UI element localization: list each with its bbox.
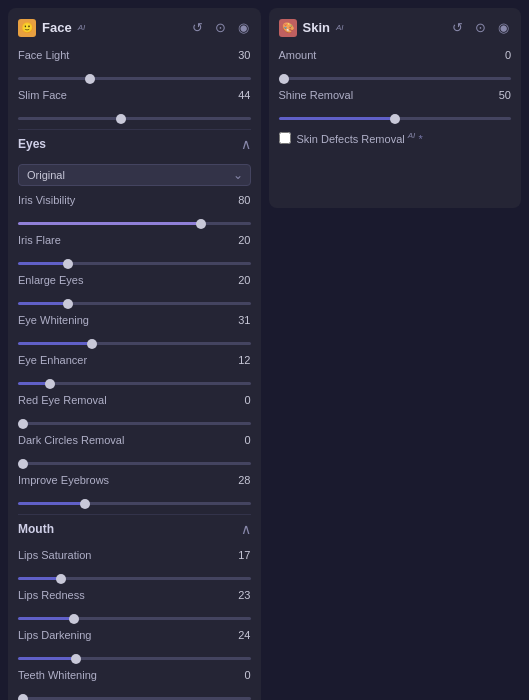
eye-enhancer-slider[interactable]	[18, 382, 251, 385]
face-light-row: Face Light 30	[18, 49, 251, 61]
slim-face-slider[interactable]	[18, 117, 251, 120]
skin-undo-button[interactable]: ↺	[450, 18, 465, 37]
lips-dark-value: 24	[229, 629, 251, 641]
dark-circles-row: Dark Circles Removal 0	[18, 434, 251, 446]
face-light-label: Face Light	[18, 49, 223, 61]
enlarge-eyes-slider[interactable]	[18, 302, 251, 305]
lips-dark-group: Lips Darkening 24	[18, 629, 251, 663]
face-undo-button[interactable]: ↺	[190, 18, 205, 37]
skin-icon: 🎨	[279, 19, 297, 37]
red-eye-slider[interactable]	[18, 422, 251, 425]
face-redo-button[interactable]: ⊙	[213, 18, 228, 37]
skin-amount-label: Amount	[279, 49, 484, 61]
lips-dark-slider[interactable]	[18, 657, 251, 660]
skin-redo-button[interactable]: ⊙	[473, 18, 488, 37]
eyes-select-wrapper: Original Option 1 Option 2	[18, 164, 251, 186]
teeth-white-slider-container	[18, 689, 251, 700]
skin-panel-header: 🎨 Skin AI ↺ ⊙ ◉	[279, 18, 512, 37]
improve-eyebrows-slider[interactable]	[18, 502, 251, 505]
eye-enhancer-label: Eye Enhancer	[18, 354, 223, 366]
iris-flare-group: Iris Flare 20	[18, 234, 251, 268]
face-ai-badge: AI	[78, 23, 86, 32]
teeth-white-value: 0	[229, 669, 251, 681]
lips-red-group: Lips Redness 23	[18, 589, 251, 623]
iris-vis-slider[interactable]	[18, 222, 251, 225]
eyes-section-title: Eyes	[18, 137, 46, 151]
dark-circles-slider-container	[18, 454, 251, 468]
slim-face-group: Slim Face 44	[18, 89, 251, 123]
dark-circles-slider[interactable]	[18, 462, 251, 465]
lips-sat-value: 17	[229, 549, 251, 561]
teeth-white-label: Teeth Whitening	[18, 669, 223, 681]
shine-removal-value: 50	[489, 89, 511, 101]
shine-removal-row: Shine Removal 50	[279, 89, 512, 101]
iris-flare-slider[interactable]	[18, 262, 251, 265]
slim-face-value: 44	[229, 89, 251, 101]
eyes-section-toggle[interactable]: ∧	[241, 136, 251, 152]
iris-vis-row: Iris Visibility 80	[18, 194, 251, 206]
eye-whitening-slider[interactable]	[18, 342, 251, 345]
lips-dark-slider-container	[18, 649, 251, 663]
slim-face-row: Slim Face 44	[18, 89, 251, 101]
enlarge-eyes-value: 20	[229, 274, 251, 286]
skin-amount-slider-container	[279, 69, 512, 83]
skin-amount-slider[interactable]	[279, 77, 512, 80]
eye-whitening-label: Eye Whitening	[18, 314, 223, 326]
skin-view-button[interactable]: ◉	[496, 18, 511, 37]
face-panel-header: 🙂 Face AI ↺ ⊙ ◉	[18, 18, 251, 37]
skin-defects-checkbox[interactable]	[279, 132, 291, 144]
lips-sat-slider-container	[18, 569, 251, 583]
iris-flare-label: Iris Flare	[18, 234, 223, 246]
eye-enhancer-value: 12	[229, 354, 251, 366]
eyes-section-header: Eyes ∧	[18, 129, 251, 158]
skin-panel: 🎨 Skin AI ↺ ⊙ ◉ Amount 0 Shine Removal 5…	[269, 8, 522, 208]
red-eye-value: 0	[229, 394, 251, 406]
shine-removal-label: Shine Removal	[279, 89, 484, 101]
iris-vis-label: Iris Visibility	[18, 194, 223, 206]
eye-whitening-value: 31	[229, 314, 251, 326]
iris-flare-slider-container	[18, 254, 251, 268]
eye-whitening-group: Eye Whitening 31	[18, 314, 251, 348]
shine-removal-group: Shine Removal 50	[279, 89, 512, 123]
iris-flare-value: 20	[229, 234, 251, 246]
shine-removal-slider[interactable]	[279, 117, 512, 120]
enlarge-eyes-group: Enlarge Eyes 20	[18, 274, 251, 308]
dark-circles-group: Dark Circles Removal 0	[18, 434, 251, 468]
lips-sat-group: Lips Saturation 17	[18, 549, 251, 583]
lips-dark-row: Lips Darkening 24	[18, 629, 251, 641]
lips-sat-slider[interactable]	[18, 577, 251, 580]
lips-red-slider[interactable]	[18, 617, 251, 620]
red-eye-row: Red Eye Removal 0	[18, 394, 251, 406]
mouth-section-header: Mouth ∧	[18, 514, 251, 543]
slim-face-label: Slim Face	[18, 89, 223, 101]
face-icon: 🙂	[18, 19, 36, 37]
enlarge-eyes-row: Enlarge Eyes 20	[18, 274, 251, 286]
improve-eyebrows-row: Improve Eyebrows 28	[18, 474, 251, 486]
iris-flare-row: Iris Flare 20	[18, 234, 251, 246]
skin-defects-checkbox-row: Skin Defects Removal AI *	[279, 131, 512, 145]
teeth-white-row: Teeth Whitening 0	[18, 669, 251, 681]
skin-defects-label: Skin Defects Removal AI *	[297, 131, 423, 145]
lips-red-value: 23	[229, 589, 251, 601]
face-view-button[interactable]: ◉	[236, 18, 251, 37]
skin-ai-badge: AI	[336, 23, 344, 32]
eye-whitening-row: Eye Whitening 31	[18, 314, 251, 326]
iris-vis-slider-container	[18, 214, 251, 228]
iris-style-select[interactable]: Original Option 1 Option 2	[18, 164, 251, 186]
eye-enhancer-row: Eye Enhancer 12	[18, 354, 251, 366]
skin-header-actions: ↺ ⊙ ◉	[450, 18, 511, 37]
eye-enhancer-slider-container	[18, 374, 251, 388]
improve-eyebrows-label: Improve Eyebrows	[18, 474, 223, 486]
mouth-section-title: Mouth	[18, 522, 54, 536]
dark-circles-value: 0	[229, 434, 251, 446]
teeth-white-group: Teeth Whitening 0	[18, 669, 251, 700]
skin-amount-row: Amount 0	[279, 49, 512, 61]
mouth-section-toggle[interactable]: ∧	[241, 521, 251, 537]
face-light-slider[interactable]	[18, 77, 251, 80]
skin-amount-group: Amount 0	[279, 49, 512, 83]
face-light-slider-container	[18, 69, 251, 83]
lips-red-row: Lips Redness 23	[18, 589, 251, 601]
iris-vis-value: 80	[229, 194, 251, 206]
enlarge-eyes-slider-container	[18, 294, 251, 308]
red-eye-group: Red Eye Removal 0	[18, 394, 251, 428]
